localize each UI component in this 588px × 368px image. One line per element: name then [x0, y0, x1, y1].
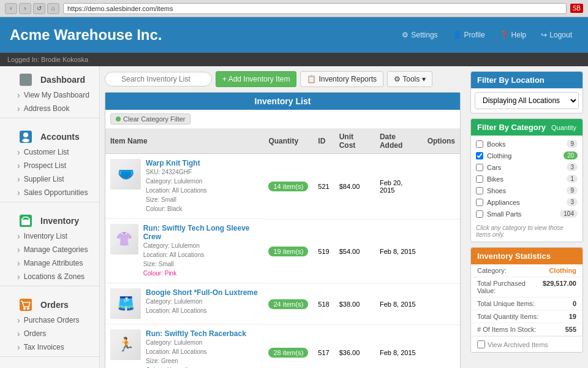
category-item[interactable]: Books 9	[471, 138, 582, 150]
category-item[interactable]: Appliances 3	[471, 196, 582, 208]
stats-rows: Total Purchased Value: $29,517.00 Total …	[471, 277, 582, 336]
category-checkbox[interactable]	[476, 140, 483, 148]
category-checkbox[interactable]	[476, 175, 483, 183]
sidebar-item-manage-categories[interactable]: Manage Categories	[0, 243, 99, 256]
sidebar: Dashboard View My Dashboard Address Book…	[0, 66, 100, 368]
item-id: 521	[313, 154, 334, 220]
sidebar-item-view-dashboard[interactable]: View My Dashboard	[0, 88, 99, 102]
item-options	[423, 283, 460, 324]
archived-checkbox[interactable]	[477, 340, 485, 348]
stats-row-value: 0	[573, 300, 576, 307]
category-item[interactable]: Cars 3	[471, 161, 582, 173]
sidebar-section-inventory: Inventory Inventory List Manage Categori…	[0, 207, 99, 291]
category-checkbox[interactable]	[476, 199, 483, 206]
filter-row: Clear Category Filter	[105, 110, 460, 129]
toolbar: 🔍 + Add Inventory Item 📋 Inventory Repor…	[105, 71, 461, 87]
stats-row-label: Total Unique Items:	[477, 300, 535, 307]
sidebar-item-supplier-list[interactable]: Supplier List	[0, 172, 99, 186]
url-bar[interactable]	[63, 3, 567, 14]
stats-row-value: 555	[565, 326, 576, 333]
filter-category-title: Filter By Category Quantity	[471, 119, 582, 136]
sidebar-item-inventory-list[interactable]: Inventory List	[0, 229, 99, 243]
category-count-badge: 104	[560, 210, 578, 218]
sidebar-item-orders[interactable]: Orders	[0, 327, 99, 340]
sidebar-item-sales-opportunities[interactable]: Sales Opportunities	[0, 186, 99, 199]
item-options	[423, 324, 460, 368]
sidebar-item-locations-zones[interactable]: Locations & Zones	[0, 270, 99, 283]
category-name: Books	[487, 140, 506, 148]
help-link[interactable]: ❓ Help	[494, 28, 533, 42]
table-row[interactable]: 👚 Run: Swiftly Tech Long Sleeve Crew Cat…	[105, 219, 460, 283]
item-name[interactable]: Run: Swiftly Tech Racerback	[146, 329, 246, 338]
item-meta: Category: LululemonLocation: All Locatio…	[143, 241, 259, 278]
sidebar-item-manage-attributes[interactable]: Manage Attributes	[0, 256, 99, 270]
item-image: 🩲	[110, 159, 141, 190]
inventory-table: Item Name Quantity ID Unit Cost Date Add…	[105, 129, 460, 368]
category-name: Shoes	[487, 187, 506, 194]
sidebar-item-prospect-list[interactable]: Prospect List	[0, 159, 99, 172]
item-qty: 19 item(s)	[263, 219, 313, 283]
category-item[interactable]: Shoes 9	[471, 185, 582, 196]
sidebar-title-inventory: Inventory	[0, 212, 99, 229]
table-row[interactable]: 🏃 Run: Swiftly Tech Racerback Category: …	[105, 324, 460, 368]
qty-badge: 19 item(s)	[268, 247, 308, 256]
category-name: Clothing	[487, 152, 511, 159]
sidebar-title-dashboard: Dashboard	[0, 71, 99, 88]
item-meta: Category: LululemonLocation: All Locatio…	[146, 338, 246, 368]
settings-link[interactable]: ⚙ Settings	[396, 28, 443, 42]
stats-data-row: Total Unique Items: 0	[471, 297, 582, 310]
view-archived-button[interactable]: View Archived Items	[471, 336, 582, 352]
inventory-icon	[20, 215, 32, 227]
item-name[interactable]: Boogie Short *Full-On Luxtreme	[146, 288, 258, 297]
category-name: Small Parts	[487, 210, 521, 218]
category-checkbox[interactable]	[476, 152, 483, 159]
item-unit-cost: $38.00	[334, 283, 375, 324]
stats-row-value: 19	[569, 313, 576, 320]
sidebar-title-orders: Orders	[0, 296, 99, 313]
profile-link[interactable]: 👤 Profile	[447, 28, 491, 42]
search-input[interactable]	[105, 72, 212, 86]
clear-filter-tag[interactable]: Clear Category Filter	[110, 113, 190, 125]
item-id: 519	[313, 219, 334, 283]
sidebar-item-tax-invoices[interactable]: Tax Invoices	[0, 340, 99, 354]
logout-link[interactable]: ↪ Logout	[535, 28, 578, 42]
item-image: 👚	[110, 224, 138, 255]
category-item[interactable]: Small Parts 104	[471, 208, 582, 220]
col-date-added: Date Added	[375, 129, 423, 154]
item-name[interactable]: Run: Swiftly Tech Long Sleeve Crew	[143, 224, 259, 241]
category-checkbox[interactable]	[476, 210, 483, 218]
location-select[interactable]: Displaying All Locations	[475, 92, 579, 109]
inventory-table-container: Inventory List Clear Category Filter Ite…	[105, 92, 461, 368]
inventory-reports-button[interactable]: 📋 Inventory Reports	[300, 71, 383, 87]
svg-point-4	[27, 307, 29, 310]
browser-nav[interactable]: ‹ › ↺ ⌂	[5, 3, 59, 14]
sidebar-item-purchase-orders[interactable]: Purchase Orders	[0, 313, 99, 327]
category-hint: Click any category to view those items o…	[471, 222, 582, 242]
svg-point-1	[22, 139, 29, 142]
home-button[interactable]: ⌂	[47, 3, 59, 14]
refresh-button[interactable]: ↺	[33, 3, 45, 14]
item-date: Feb 8, 2015	[375, 283, 423, 324]
add-inventory-button[interactable]: + Add Inventory Item	[216, 71, 296, 87]
category-item[interactable]: Bikes 1	[471, 173, 582, 185]
table-title: Inventory List	[105, 93, 460, 110]
table-row[interactable]: 🩲 Warp Knit Tight SKU: 24324GHFCategory:…	[105, 154, 460, 220]
item-options	[423, 154, 460, 220]
tools-button[interactable]: ⚙ Tools ▾	[387, 71, 432, 87]
category-list: Books 9 Clothing 20 Cars 3 Bikes 1 Shoes…	[471, 136, 582, 222]
forward-button[interactable]: ›	[19, 3, 31, 14]
back-button[interactable]: ‹	[5, 3, 17, 14]
item-name[interactable]: Warp Knit Tight	[146, 159, 207, 167]
svg-rect-2	[21, 220, 30, 225]
col-options: Options	[423, 129, 460, 154]
stats-row-label: Total Purchased Value:	[477, 280, 543, 294]
item-qty: 24 item(s)	[263, 283, 313, 324]
svg-point-3	[23, 307, 26, 310]
sidebar-item-customer-list[interactable]: Customer List	[0, 145, 99, 159]
sidebar-item-address-book[interactable]: Address Book	[0, 102, 99, 115]
category-checkbox[interactable]	[476, 187, 483, 194]
item-image: 🏃	[110, 329, 141, 360]
category-checkbox[interactable]	[476, 164, 483, 171]
category-item[interactable]: Clothing 20	[471, 150, 582, 161]
table-row[interactable]: 🩳 Boogie Short *Full-On Luxtreme Categor…	[105, 283, 460, 324]
